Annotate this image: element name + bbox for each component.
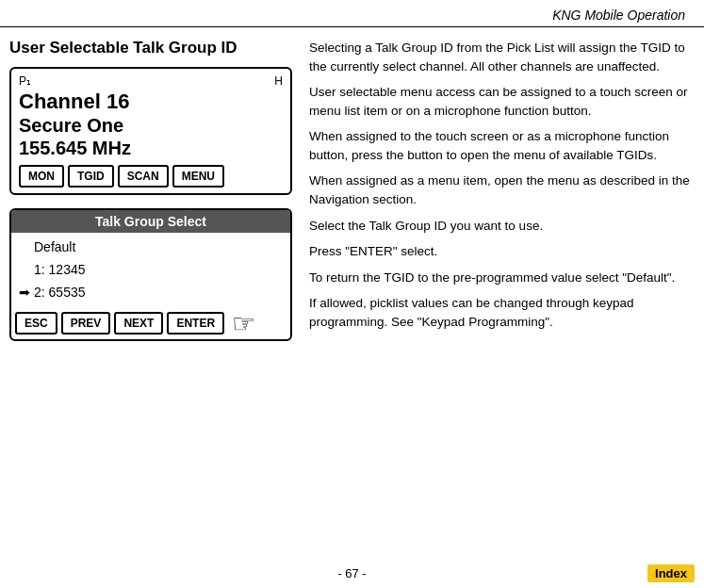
index-badge[interactable]: Index: [647, 564, 695, 582]
section-title: User Selectable Talk Group ID: [9, 39, 292, 57]
header-title: KNG Mobile Operation: [552, 8, 685, 23]
tg-item-default[interactable]: Default: [19, 237, 283, 259]
page-number: - 67 -: [337, 566, 366, 580]
page-header: KNG Mobile Operation: [0, 0, 704, 27]
para-1: Selecting a Talk Group ID from the Pick …: [309, 39, 695, 75]
talkgroup-box: Talk Group Select Default 1: 12345 2: 65…: [9, 208, 292, 340]
device-secure: Secure One: [19, 114, 283, 137]
btn-scan[interactable]: SCAN: [118, 165, 169, 188]
btn-prev[interactable]: PREV: [61, 312, 111, 335]
device-freq: 155.645 MHz: [19, 137, 283, 159]
talkgroup-bottom-row: ESC PREV NEXT ENTER ☞: [11, 308, 290, 339]
para-5: Select the Talk Group ID you want to use…: [309, 217, 695, 236]
page-footer: - 67 - Index: [0, 566, 704, 580]
hand-pointer-icon: ☞: [232, 308, 255, 339]
btn-mon[interactable]: MON: [19, 165, 64, 188]
device-indicator: H: [274, 74, 283, 88]
para-6: Press "ENTER" select.: [309, 242, 695, 261]
device-top-row: P₁ H: [19, 74, 283, 88]
tg-item-1[interactable]: 1: 12345: [19, 259, 283, 282]
btn-next[interactable]: NEXT: [114, 312, 163, 335]
left-column: User Selectable Talk Group ID P₁ H Chann…: [9, 39, 302, 347]
para-3: When assigned to the touch screen or as …: [309, 127, 695, 164]
btn-menu[interactable]: MENU: [172, 165, 224, 188]
device-display: P₁ H Channel 16 Secure One 155.645 MHz M…: [9, 67, 292, 195]
para-8: If allowed, picklist values can be chang…: [309, 294, 695, 331]
para-7: To return the TGID to the pre-programmed…: [309, 269, 695, 287]
btn-enter[interactable]: ENTER: [167, 312, 224, 335]
device-zone: P₁: [19, 74, 31, 88]
tg-item-2-selected[interactable]: 2: 65535: [19, 282, 283, 304]
device-buttons: MON TGID SCAN MENU: [19, 165, 283, 188]
para-2: User selectable menu access can be assig…: [309, 83, 695, 120]
talkgroup-buttons: ESC PREV NEXT ENTER: [11, 308, 228, 338]
device-channel: Channel 16: [19, 90, 283, 114]
btn-tgid[interactable]: TGID: [68, 165, 114, 188]
talkgroup-title: Talk Group Select: [11, 210, 290, 233]
talkgroup-list: Default 1: 12345 2: 65535: [11, 233, 290, 307]
para-4: When assigned as a menu item, open the m…: [309, 172, 695, 208]
btn-esc[interactable]: ESC: [15, 312, 57, 335]
right-column: Selecting a Talk Group ID from the Pick …: [302, 39, 695, 347]
